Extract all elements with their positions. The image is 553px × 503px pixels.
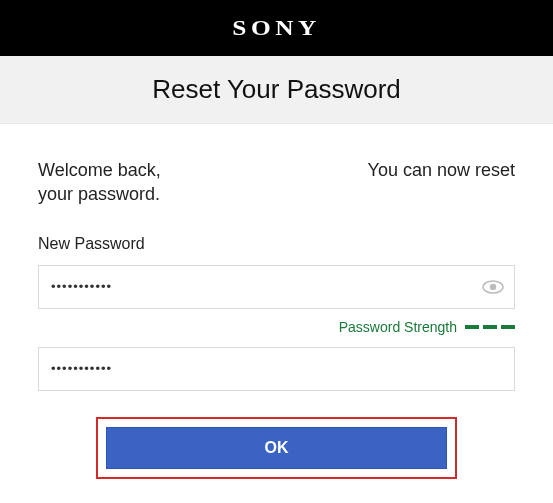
password-strength-row: Password Strength [38,319,515,335]
sony-logo: SONY [232,15,321,41]
page-title: Reset Your Password [152,74,401,105]
welcome-message: Welcome back, your password. You can now… [38,158,515,207]
welcome-left-line1: Welcome back, [38,158,161,182]
new-password-label: New Password [38,235,515,253]
eye-icon [482,280,504,294]
new-password-wrap [38,265,515,309]
strength-bar [465,325,479,329]
welcome-left-line2: your password. [38,182,161,206]
svg-point-1 [490,283,496,289]
welcome-right: You can now reset [368,158,515,207]
password-strength-meter [465,325,515,329]
confirm-password-input[interactable] [38,347,515,391]
confirm-password-wrap [38,347,515,391]
title-bar: Reset Your Password [0,56,553,124]
password-strength-label: Password Strength [339,319,457,335]
ok-button[interactable]: OK [106,427,447,469]
top-banner: SONY [0,0,553,56]
strength-bar [501,325,515,329]
content-area: Welcome back, your password. You can now… [0,124,553,479]
new-password-input[interactable] [38,265,515,309]
welcome-left: Welcome back, your password. [38,158,161,207]
strength-bar [483,325,497,329]
ok-button-highlight: OK [96,417,457,479]
toggle-password-visibility-button[interactable] [481,275,505,299]
